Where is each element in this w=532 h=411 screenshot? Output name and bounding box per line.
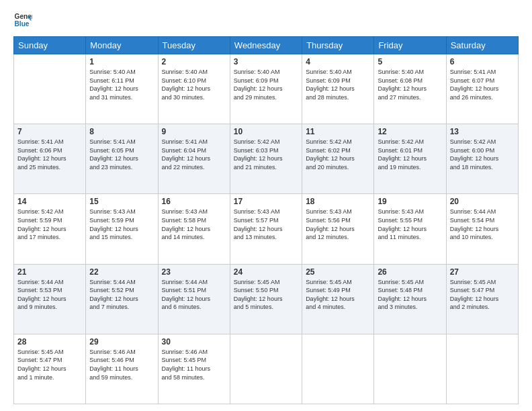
- logo-icon: General Blue: [13, 11, 32, 30]
- day-number: 13: [450, 127, 515, 136]
- calendar-cell: 20Sunrise: 5:44 AM Sunset: 5:54 PM Dayli…: [446, 194, 518, 264]
- day-info: Sunrise: 5:42 AM Sunset: 5:59 PM Dayligh…: [17, 208, 82, 241]
- header: General Blue: [13, 11, 519, 30]
- day-number: 19: [378, 197, 442, 206]
- day-number: 21: [17, 267, 82, 277]
- day-info: Sunrise: 5:41 AM Sunset: 6:06 PM Dayligh…: [17, 138, 82, 171]
- day-info: Sunrise: 5:42 AM Sunset: 6:02 PM Dayligh…: [306, 138, 370, 171]
- day-info: Sunrise: 5:45 AM Sunset: 5:49 PM Dayligh…: [306, 278, 370, 312]
- day-number: 29: [89, 337, 154, 347]
- day-info: Sunrise: 5:44 AM Sunset: 5:54 PM Dayligh…: [450, 208, 515, 241]
- day-info: Sunrise: 5:45 AM Sunset: 5:48 PM Dayligh…: [378, 278, 442, 312]
- day-number: 2: [162, 57, 226, 66]
- calendar-cell: [374, 334, 446, 404]
- calendar-cell: 22Sunrise: 5:44 AM Sunset: 5:52 PM Dayli…: [86, 264, 158, 334]
- day-number: 24: [234, 267, 298, 277]
- day-number: 25: [306, 267, 370, 277]
- calendar-cell: 2Sunrise: 5:40 AM Sunset: 6:10 PM Daylig…: [158, 54, 230, 124]
- calendar-cell: 3Sunrise: 5:40 AM Sunset: 6:09 PM Daylig…: [230, 54, 302, 124]
- calendar-cell: [446, 334, 518, 404]
- day-info: Sunrise: 5:42 AM Sunset: 6:00 PM Dayligh…: [450, 138, 515, 171]
- calendar-cell: 9Sunrise: 5:41 AM Sunset: 6:04 PM Daylig…: [158, 124, 230, 194]
- day-info: Sunrise: 5:40 AM Sunset: 6:09 PM Dayligh…: [234, 68, 298, 101]
- calendar-cell: 24Sunrise: 5:45 AM Sunset: 5:50 PM Dayli…: [230, 264, 302, 334]
- week-row-1: 1Sunrise: 5:40 AM Sunset: 6:11 PM Daylig…: [14, 54, 519, 124]
- calendar-cell: 19Sunrise: 5:43 AM Sunset: 5:55 PM Dayli…: [374, 194, 446, 264]
- calendar-cell: 29Sunrise: 5:46 AM Sunset: 5:46 PM Dayli…: [86, 334, 158, 404]
- day-number: 27: [450, 267, 515, 277]
- week-row-2: 7Sunrise: 5:41 AM Sunset: 6:06 PM Daylig…: [14, 124, 519, 194]
- calendar-cell: 23Sunrise: 5:44 AM Sunset: 5:51 PM Dayli…: [158, 264, 230, 334]
- day-info: Sunrise: 5:40 AM Sunset: 6:11 PM Dayligh…: [89, 68, 154, 101]
- day-number: 8: [89, 127, 154, 136]
- day-info: Sunrise: 5:43 AM Sunset: 5:55 PM Dayligh…: [378, 208, 442, 241]
- day-info: Sunrise: 5:45 AM Sunset: 5:47 PM Dayligh…: [17, 348, 82, 381]
- day-number: 15: [89, 197, 154, 206]
- day-info: Sunrise: 5:42 AM Sunset: 6:01 PM Dayligh…: [378, 138, 442, 171]
- day-info: Sunrise: 5:43 AM Sunset: 5:58 PM Dayligh…: [162, 208, 226, 241]
- calendar-cell: 8Sunrise: 5:41 AM Sunset: 6:05 PM Daylig…: [86, 124, 158, 194]
- day-number: 10: [234, 127, 298, 136]
- day-info: Sunrise: 5:41 AM Sunset: 6:05 PM Dayligh…: [89, 138, 154, 171]
- day-info: Sunrise: 5:45 AM Sunset: 5:47 PM Dayligh…: [450, 278, 515, 312]
- weekday-header-wednesday: Wednesday: [230, 37, 302, 54]
- calendar-cell: 12Sunrise: 5:42 AM Sunset: 6:01 PM Dayli…: [374, 124, 446, 194]
- day-number: 16: [162, 197, 226, 206]
- day-number: 28: [17, 337, 82, 347]
- day-number: 14: [17, 197, 82, 206]
- calendar-cell: [14, 54, 86, 124]
- day-info: Sunrise: 5:44 AM Sunset: 5:53 PM Dayligh…: [17, 278, 82, 312]
- day-info: Sunrise: 5:41 AM Sunset: 6:07 PM Dayligh…: [450, 68, 515, 101]
- day-number: 1: [89, 57, 154, 66]
- weekday-header-monday: Monday: [86, 37, 158, 54]
- calendar-cell: 7Sunrise: 5:41 AM Sunset: 6:06 PM Daylig…: [14, 124, 86, 194]
- day-info: Sunrise: 5:46 AM Sunset: 5:45 PM Dayligh…: [162, 348, 226, 381]
- day-info: Sunrise: 5:40 AM Sunset: 6:10 PM Dayligh…: [162, 68, 226, 101]
- calendar-cell: 28Sunrise: 5:45 AM Sunset: 5:47 PM Dayli…: [14, 334, 86, 404]
- calendar-cell: 4Sunrise: 5:40 AM Sunset: 6:09 PM Daylig…: [302, 54, 374, 124]
- week-row-5: 28Sunrise: 5:45 AM Sunset: 5:47 PM Dayli…: [14, 334, 519, 404]
- day-info: Sunrise: 5:40 AM Sunset: 6:08 PM Dayligh…: [378, 68, 442, 101]
- calendar-cell: 5Sunrise: 5:40 AM Sunset: 6:08 PM Daylig…: [374, 54, 446, 124]
- calendar-cell: [302, 334, 374, 404]
- calendar-cell: 10Sunrise: 5:42 AM Sunset: 6:03 PM Dayli…: [230, 124, 302, 194]
- day-number: 4: [306, 57, 370, 66]
- day-info: Sunrise: 5:46 AM Sunset: 5:46 PM Dayligh…: [89, 348, 154, 381]
- day-number: 17: [234, 197, 298, 206]
- calendar-cell: 6Sunrise: 5:41 AM Sunset: 6:07 PM Daylig…: [446, 54, 518, 124]
- day-number: 11: [306, 127, 370, 136]
- weekday-header-row: SundayMondayTuesdayWednesdayThursdayFrid…: [14, 37, 519, 54]
- day-info: Sunrise: 5:40 AM Sunset: 6:09 PM Dayligh…: [306, 68, 370, 101]
- week-row-3: 14Sunrise: 5:42 AM Sunset: 5:59 PM Dayli…: [14, 194, 519, 264]
- day-number: 20: [450, 197, 515, 206]
- day-number: 7: [17, 127, 82, 136]
- day-number: 30: [162, 337, 226, 347]
- day-number: 9: [162, 127, 226, 136]
- day-info: Sunrise: 5:44 AM Sunset: 5:52 PM Dayligh…: [89, 278, 154, 312]
- calendar-cell: 21Sunrise: 5:44 AM Sunset: 5:53 PM Dayli…: [14, 264, 86, 334]
- calendar-cell: 16Sunrise: 5:43 AM Sunset: 5:58 PM Dayli…: [158, 194, 230, 264]
- week-row-4: 21Sunrise: 5:44 AM Sunset: 5:53 PM Dayli…: [14, 264, 519, 334]
- day-number: 26: [378, 267, 442, 277]
- day-number: 22: [89, 267, 154, 277]
- calendar-cell: 1Sunrise: 5:40 AM Sunset: 6:11 PM Daylig…: [86, 54, 158, 124]
- calendar-cell: 25Sunrise: 5:45 AM Sunset: 5:49 PM Dayli…: [302, 264, 374, 334]
- calendar-cell: 26Sunrise: 5:45 AM Sunset: 5:48 PM Dayli…: [374, 264, 446, 334]
- day-number: 3: [234, 57, 298, 66]
- weekday-header-thursday: Thursday: [302, 37, 374, 54]
- weekday-header-tuesday: Tuesday: [158, 37, 230, 54]
- logo: General Blue: [13, 11, 32, 30]
- day-number: 6: [450, 57, 515, 66]
- day-number: 12: [378, 127, 442, 136]
- weekday-header-sunday: Sunday: [14, 37, 86, 54]
- day-info: Sunrise: 5:41 AM Sunset: 6:04 PM Dayligh…: [162, 138, 226, 171]
- day-number: 23: [162, 267, 226, 277]
- calendar-cell: 17Sunrise: 5:43 AM Sunset: 5:57 PM Dayli…: [230, 194, 302, 264]
- weekday-header-friday: Friday: [374, 37, 446, 54]
- calendar-cell: 15Sunrise: 5:43 AM Sunset: 5:59 PM Dayli…: [86, 194, 158, 264]
- day-info: Sunrise: 5:43 AM Sunset: 5:56 PM Dayligh…: [306, 208, 370, 241]
- day-number: 5: [378, 57, 442, 66]
- calendar-cell: 11Sunrise: 5:42 AM Sunset: 6:02 PM Dayli…: [302, 124, 374, 194]
- calendar-cell: [230, 334, 302, 404]
- calendar-cell: 14Sunrise: 5:42 AM Sunset: 5:59 PM Dayli…: [14, 194, 86, 264]
